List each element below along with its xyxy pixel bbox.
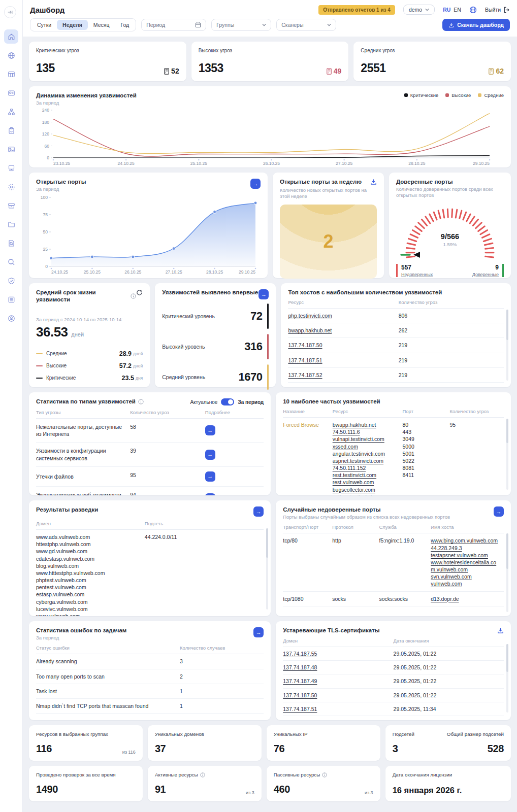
domain-link[interactable]: 137.74.187.52 <box>283 720 317 720</box>
sidebar-shield-check-icon[interactable] <box>4 274 18 288</box>
lifetime-row-label: Средние <box>46 351 67 356</box>
task-errors-details-button[interactable]: → <box>253 627 264 637</box>
card-title: Динамика изменения уязвимостей <box>36 92 137 98</box>
scrollbar[interactable] <box>506 419 508 490</box>
info-icon[interactable] <box>131 293 136 299</box>
scanners-select[interactable]: Сканеры <box>276 19 336 31</box>
resource-link[interactable]: vulnapi.testinvicti.com <box>333 435 399 443</box>
sidebar-globe-icon[interactable] <box>4 48 18 62</box>
hostname-link[interactable]: testapsnet.vulnweb.com <box>431 552 500 559</box>
logout-button[interactable]: Выйти <box>485 7 510 13</box>
hostname-link[interactable]: www.bing.com.vulnweb.com <box>431 537 500 544</box>
sidebar-file-search-icon[interactable] <box>4 236 18 250</box>
details-arrow-button[interactable]: → <box>205 450 215 460</box>
host-link[interactable]: bwapp.hakhub.net <box>288 327 332 333</box>
resource-link[interactable]: aspnet.testinvicti.com <box>333 457 399 464</box>
service-cell: socks:socks <box>379 595 431 602</box>
toggle-label-period: За период <box>238 399 264 405</box>
host-link[interactable]: 137.74.187.53 <box>288 387 322 387</box>
domain-link[interactable]: 137.74.187.49 <box>283 678 317 684</box>
sidebar-home-icon[interactable] <box>4 29 18 44</box>
sidebar-report-grid-icon[interactable] <box>4 67 18 81</box>
scrollbar[interactable] <box>506 644 508 713</box>
legend-dash <box>36 365 43 366</box>
hostname-link[interactable]: www.hotelresidenceitalia.com.vulnweb.com <box>431 559 500 573</box>
tab-Сутки[interactable]: Сутки <box>31 20 57 30</box>
host-link[interactable]: 137.74.187.52 <box>288 372 322 378</box>
details-arrow-button[interactable]: → <box>205 471 215 482</box>
trusted-count: 9 <box>472 264 499 271</box>
sidebar-account-icon[interactable] <box>4 311 18 325</box>
resource-link[interactable]: rest.vulnweb.com <box>333 479 399 486</box>
first-detected-details-button[interactable]: → <box>258 289 269 299</box>
domain-link[interactable]: 137.74.187.55 <box>283 651 317 657</box>
domain-link[interactable]: 137.74.187.48 <box>283 664 317 670</box>
host-link[interactable]: 137.74.187.50 <box>288 342 322 348</box>
legend-item-Высокие[interactable]: Высокие <box>445 92 471 98</box>
table-header: Статус ошибкиКоличество случаев <box>36 641 264 654</box>
sidebar-id-card-icon[interactable] <box>4 86 18 100</box>
download-dashboard-button[interactable]: Скачать дашборд <box>442 19 510 31</box>
hostname-link[interactable]: d13.dopr.de <box>431 595 500 602</box>
sidebar-list-icon[interactable] <box>4 292 18 307</box>
untrusted-label[interactable]: Недоверенных <box>401 272 433 277</box>
domain-link[interactable]: 137.74.187.51 <box>283 706 317 712</box>
info-icon[interactable] <box>138 399 144 404</box>
tab-Месяц[interactable]: Месяц <box>88 20 115 30</box>
download-icon[interactable] <box>370 179 377 185</box>
details-arrow-button[interactable]: → <box>205 493 215 495</box>
download-icon[interactable] <box>497 627 504 634</box>
hostname-link[interactable]: vulnweb.com <box>431 580 500 587</box>
host-link[interactable]: php.testinvicti.com <box>288 313 332 319</box>
vuln-name[interactable]: Forced Browse <box>283 422 319 428</box>
legend-item-Критические[interactable]: Критические <box>404 92 439 98</box>
hostname-link[interactable]: svn.vulnweb.com <box>431 573 500 580</box>
lifetime-row-unit: дней <box>133 351 143 356</box>
refresh-icon[interactable] <box>136 289 143 296</box>
lang-en[interactable]: EN <box>454 7 461 13</box>
info-icon[interactable] <box>322 772 327 777</box>
domain-value: estasp.vulnweb.com <box>36 591 141 598</box>
resource-link[interactable]: 74.50.111.6 <box>333 428 399 435</box>
details-arrow-button[interactable]: → <box>205 425 215 435</box>
hostname-link[interactable]: 44.228.249.3 <box>431 545 500 552</box>
sidebar-hierarchy-icon[interactable] <box>4 105 18 119</box>
sidebar-search-icon[interactable] <box>4 255 18 269</box>
sidebar-archive-icon[interactable] <box>4 198 18 213</box>
user-menu-button[interactable]: demo <box>403 5 435 15</box>
calendar-icon <box>195 22 201 28</box>
lifetime-row: Критические23.5дня <box>36 375 143 382</box>
sidebar-clipboard-icon[interactable] <box>4 123 18 138</box>
random-ports-details-button[interactable]: → <box>494 506 504 517</box>
scrollbar[interactable] <box>506 533 508 612</box>
open-ports-details-button[interactable]: → <box>250 179 261 189</box>
resource-link[interactable]: bugscollector.com <box>333 486 399 493</box>
tab-Год[interactable]: Год <box>115 20 135 30</box>
info-icon[interactable] <box>200 772 205 777</box>
host-link[interactable]: 137.74.187.51 <box>288 357 322 363</box>
sidebar-settings-dots-icon[interactable] <box>4 180 18 194</box>
sidebar-collapse-arrow-icon[interactable] <box>4 6 16 18</box>
legend-item-Средние[interactable]: Средние <box>478 92 504 98</box>
legend-swatch <box>445 93 449 97</box>
resource-link[interactable]: angular.testinvicti.com <box>333 450 399 457</box>
tab-Неделя[interactable]: Неделя <box>57 20 88 30</box>
trusted-label[interactable]: Доверенные <box>472 272 499 277</box>
scrollbar[interactable] <box>266 528 268 610</box>
resource-link[interactable]: rest.testinvicti.com <box>333 471 399 479</box>
globe-icon[interactable] <box>469 6 477 14</box>
resource-link[interactable]: xssed.com <box>333 443 399 450</box>
recon-details-button[interactable]: → <box>253 506 264 517</box>
sidebar-network-monitor-icon[interactable] <box>4 161 18 175</box>
domain-link[interactable]: 137.74.187.50 <box>283 692 317 698</box>
groups-select[interactable]: Группы <box>211 19 271 31</box>
resource-link[interactable]: python.testinvicti.com <box>333 493 399 495</box>
period-toggle[interactable] <box>221 398 234 405</box>
lang-ru[interactable]: RU <box>443 7 450 13</box>
scrollbar[interactable] <box>506 310 508 381</box>
resource-link[interactable]: bwapp.hakhub.net <box>333 421 399 428</box>
resource-link[interactable]: 74.50.111.152 <box>333 464 399 471</box>
sidebar-image-icon[interactable] <box>4 142 18 156</box>
period-input[interactable]: Период <box>141 19 206 31</box>
sidebar-folder-icon[interactable] <box>4 217 18 231</box>
